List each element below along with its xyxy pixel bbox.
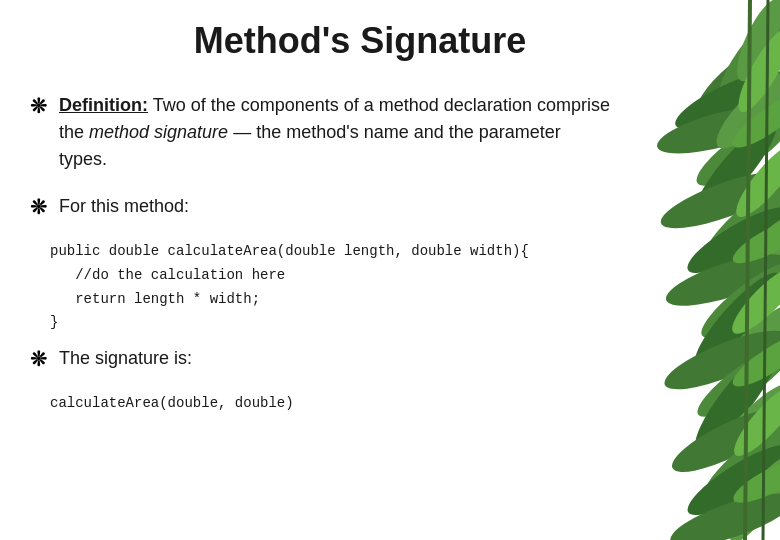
svg-line-34 [763,0,768,540]
svg-point-19 [710,375,780,466]
svg-point-28 [728,209,780,272]
bullet-symbol-2: ❊ [30,195,47,219]
slide-container: Method's Signature ❊ Definition: Two of … [0,0,780,540]
definition-label: Definition: [59,95,148,115]
svg-point-18 [685,341,780,460]
svg-point-9 [697,173,780,268]
svg-point-31 [726,376,780,463]
bullet-text-definition: Definition: Two of the components of a m… [59,92,610,173]
svg-point-1 [709,10,780,109]
svg-point-29 [724,258,780,341]
signature-text: The signature is: [59,345,192,372]
svg-point-3 [728,0,780,87]
bullet-symbol-3: ❊ [30,347,47,371]
bullet-signature: ❊ The signature is: [30,345,610,372]
content-area: Method's Signature ❊ Definition: Two of … [0,0,640,446]
for-method-text: For this method: [59,193,189,220]
svg-point-7 [707,62,780,158]
slide-title: Method's Signature [110,20,610,62]
svg-point-15 [710,295,780,385]
bullet-for-method: ❊ For this method: [30,193,610,220]
svg-point-20 [665,397,780,484]
svg-point-27 [728,136,780,225]
svg-point-12 [661,244,780,317]
svg-point-17 [689,333,780,427]
definition-italic: method signature [89,122,228,142]
svg-point-16 [658,320,780,401]
svg-point-14 [685,263,780,377]
signature-code: calculateArea(double, double) [50,392,610,416]
svg-point-10 [680,196,780,284]
bullet-symbol-1: ❊ [30,94,47,118]
svg-point-2 [669,60,780,140]
svg-point-8 [655,161,780,239]
svg-point-32 [728,449,780,510]
svg-point-26 [726,84,780,155]
code-block: public double calculateArea(double lengt… [50,240,610,335]
svg-line-33 [745,0,750,540]
svg-point-11 [720,211,780,309]
svg-point-22 [680,434,780,526]
svg-point-25 [730,22,780,118]
svg-point-21 [696,412,780,507]
svg-point-13 [693,252,780,347]
svg-point-30 [727,325,780,394]
bullet-definition: ❊ Definition: Two of the components of a… [30,92,610,173]
svg-point-4 [653,97,780,163]
svg-point-23 [720,451,780,540]
svg-point-6 [684,113,780,227]
svg-point-0 [686,31,780,129]
svg-point-5 [688,104,780,197]
svg-point-24 [665,483,780,540]
definition-emdash: — [233,122,251,142]
plant-decoration [620,0,780,540]
